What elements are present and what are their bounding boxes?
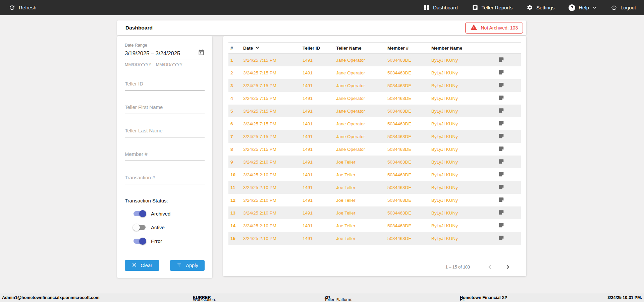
cell-row-number: 13 (228, 210, 243, 216)
calendar-icon[interactable] (198, 49, 205, 57)
nav-logout[interactable]: Logout (611, 4, 636, 11)
clear-button[interactable]: Clear (125, 260, 159, 271)
cell-teller-name: Joe Teller (336, 172, 387, 177)
note-icon[interactable] (498, 235, 504, 242)
table-row[interactable]: 4 3/24/25 7:15 PM 1491 Jane Operator 503… (228, 92, 521, 105)
cell-teller-id: 1491 (303, 198, 336, 203)
cell-date: 3/24/25 7:15 PM (243, 147, 303, 152)
note-icon[interactable] (498, 82, 504, 89)
table-row[interactable]: 9 3/24/25 2:10 PM 1491 Joe Teller 503446… (228, 156, 521, 168)
table-row[interactable]: 1 3/24/25 7:15 PM 1491 Jane Operator 503… (228, 54, 521, 66)
note-icon[interactable] (498, 146, 504, 153)
cell-member-number: 5034463DE (387, 172, 431, 177)
cell-row-number: 10 (228, 172, 243, 177)
table-row[interactable]: 6 3/24/25 7:15 PM 1491 Jane Operator 503… (228, 117, 521, 130)
member-number-input[interactable] (125, 151, 205, 161)
cell-date: 3/24/25 7:15 PM (243, 83, 303, 88)
cell-teller-id: 1491 (303, 210, 336, 216)
error-toggle[interactable] (133, 239, 146, 244)
column-header-member-num[interactable]: Member # (387, 46, 431, 51)
apply-button[interactable]: Apply (170, 260, 205, 271)
table-row[interactable]: 3 3/24/25 7:15 PM 1491 Jane Operator 503… (228, 79, 521, 92)
table-row[interactable]: 15 3/24/25 2:10 PM 1491 Joe Teller 50344… (228, 232, 521, 245)
nav-help[interactable]: ? Help (569, 4, 597, 11)
note-icon[interactable] (498, 69, 504, 76)
cell-date: 3/24/25 2:10 PM (243, 185, 303, 190)
cell-member-number: 5034463DE (387, 210, 431, 216)
table-row[interactable]: 11 3/24/25 2:10 PM 1491 Joe Teller 50344… (228, 181, 521, 194)
teller-last-name-input[interactable] (125, 128, 205, 137)
cell-date: 3/24/25 7:15 PM (243, 96, 303, 101)
teller-first-name-input[interactable] (125, 104, 205, 114)
close-icon (132, 262, 137, 268)
nav-dashboard[interactable]: Dashboard (423, 4, 458, 11)
cell-teller-id: 1491 (303, 236, 336, 241)
transaction-number-input[interactable] (125, 175, 205, 184)
workstation-status: Workstation: KURRER (193, 295, 211, 300)
cell-member-number: 5034463DE (387, 134, 431, 139)
cell-member-name: ByLyJI KUNy (431, 83, 498, 88)
cell-teller-name: Jane Operator (336, 147, 387, 152)
note-icon[interactable] (498, 184, 504, 191)
column-header-num[interactable]: # (228, 46, 243, 51)
note-icon[interactable] (498, 95, 504, 102)
not-archived-label: Not Archived: 103 (481, 25, 518, 31)
transactions-table-panel: # Date Teller ID Teller Name Member # Me… (223, 36, 526, 276)
note-icon[interactable] (498, 120, 504, 127)
table-row[interactable]: 5 3/24/25 7:15 PM 1491 Jane Operator 503… (228, 105, 521, 117)
not-archived-badge[interactable]: Not Archived: 103 (465, 22, 523, 34)
cell-member-name: ByLyJI KUNy (431, 210, 498, 216)
note-icon[interactable] (498, 222, 504, 229)
cell-teller-name: Joe Teller (336, 210, 387, 216)
date-range-input[interactable] (125, 50, 198, 57)
cell-member-name: ByLyJI KUNy (431, 58, 498, 63)
cell-date: 3/24/25 2:10 PM (243, 198, 303, 203)
cell-row-number: 3 (228, 83, 243, 88)
cell-teller-name: Joe Teller (336, 198, 387, 203)
refresh-button[interactable]: Refresh (9, 4, 37, 11)
nav-dashboard-label: Dashboard (433, 5, 458, 10)
column-header-member-name[interactable]: Member Name (431, 46, 498, 51)
date-range-label: Date Range (125, 43, 205, 48)
table-row[interactable]: 12 3/24/25 2:10 PM 1491 Joe Teller 50344… (228, 194, 521, 206)
previous-page-button[interactable] (485, 262, 494, 271)
cell-teller-name: Jane Operator (336, 134, 387, 139)
teller-id-input[interactable] (125, 81, 205, 90)
refresh-label: Refresh (19, 5, 37, 10)
cell-teller-id: 1491 (303, 185, 336, 190)
nav-settings-label: Settings (536, 5, 554, 10)
note-icon[interactable] (498, 108, 504, 114)
date-range-field (125, 49, 205, 60)
active-toggle[interactable] (133, 225, 146, 230)
cell-member-name: ByLyJI KUNy (431, 109, 498, 114)
column-header-date[interactable]: Date (243, 45, 303, 51)
note-icon[interactable] (498, 57, 504, 63)
note-icon[interactable] (498, 159, 504, 165)
note-icon[interactable] (498, 209, 504, 216)
cell-row-number: 1 (228, 58, 243, 63)
toggle-row-error: Error (133, 237, 205, 245)
nav-settings[interactable]: Settings (527, 4, 554, 11)
toggle-thumb (139, 238, 146, 245)
cell-teller-name: Jane Operator (336, 83, 387, 88)
note-icon[interactable] (498, 133, 504, 140)
nav-logout-label: Logout (621, 5, 636, 10)
table-row[interactable]: 14 3/24/25 2:10 PM 1491 Joe Teller 50344… (228, 219, 521, 232)
column-header-teller-name[interactable]: Teller Name (336, 46, 387, 51)
cell-date: 3/24/25 7:15 PM (243, 58, 303, 63)
note-icon[interactable] (498, 171, 504, 178)
teller-platform-status: Teller Platform: XP (324, 295, 330, 300)
table-row[interactable]: 13 3/24/25 2:10 PM 1491 Joe Teller 50344… (228, 206, 521, 219)
table-row[interactable]: 2 3/24/25 7:15 PM 1491 Jane Operator 503… (228, 66, 521, 79)
chevron-down-icon (592, 5, 597, 10)
apply-label: Apply (186, 263, 198, 268)
archived-toggle[interactable] (133, 211, 146, 216)
column-header-teller-id[interactable]: Teller ID (303, 46, 336, 51)
table-row[interactable]: 7 3/24/25 7:15 PM 1491 Jane Operator 503… (228, 130, 521, 143)
note-icon[interactable] (498, 197, 504, 203)
table-row[interactable]: 8 3/24/25 7:15 PM 1491 Jane Operator 503… (228, 143, 521, 156)
nav-teller-reports[interactable]: Teller Reports (472, 4, 513, 11)
next-page-button[interactable] (503, 262, 512, 271)
table-row[interactable]: 10 3/24/25 2:10 PM 1491 Joe Teller 50344… (228, 168, 521, 181)
cell-member-name: ByLyJI KUNy (431, 160, 498, 165)
